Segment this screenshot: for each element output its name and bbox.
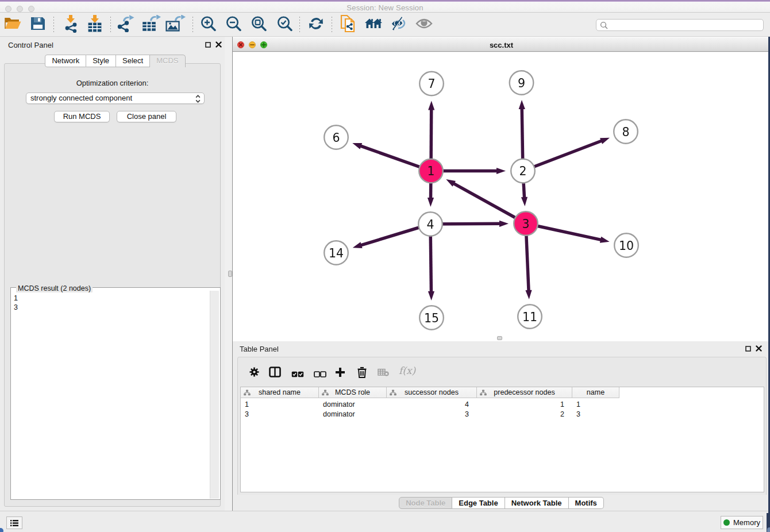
export-image-icon[interactable]	[165, 15, 186, 34]
table-tab-node-table[interactable]: Node Table	[399, 497, 452, 509]
table-cell[interactable]: 3	[572, 410, 619, 419]
close-panel-icon[interactable]	[756, 345, 762, 352]
column-header-label: shared name	[259, 388, 301, 396]
network-canvas[interactable]: 1234678910111415	[233, 52, 770, 341]
column-header-predecessor-nodes[interactable]: predecessor nodes	[477, 387, 572, 398]
search-input[interactable]	[596, 19, 764, 31]
control-tab-style[interactable]: Style	[86, 55, 116, 67]
edge-arrowhead	[519, 100, 525, 109]
column-header-label: predecessor nodes	[494, 388, 555, 396]
import-network-icon[interactable]	[63, 14, 79, 35]
float-panel-icon[interactable]	[745, 346, 751, 352]
function-builder-icon[interactable]: f(x)	[399, 365, 415, 376]
memory-status-dot	[723, 519, 730, 526]
import-table-icon[interactable]	[87, 14, 103, 35]
table-tab-motifs[interactable]: Motifs	[569, 497, 604, 509]
table-cell[interactable]: 3	[241, 410, 319, 419]
table-panel: Table Panel f(x) shared na	[233, 341, 770, 511]
edge-arrowhead	[428, 198, 434, 207]
table-cell[interactable]: 1	[477, 400, 572, 410]
show-all-icon[interactable]	[415, 17, 433, 32]
desktop-edge	[767, 527, 770, 532]
graph-node-label: 6	[332, 131, 340, 145]
list-icon	[10, 519, 19, 527]
node-table-header: shared nameMCDS rolesuccessor nodesprede…	[241, 387, 764, 398]
result-scrollbar[interactable]	[210, 291, 219, 499]
refresh-layout-icon[interactable]	[308, 16, 324, 33]
export-network-icon[interactable]	[117, 15, 136, 34]
close-panel-icon[interactable]	[215, 41, 222, 48]
column-header-name[interactable]: name	[572, 387, 619, 398]
delete-table-icon[interactable]	[378, 368, 389, 379]
column-header-shared-name[interactable]: shared name	[241, 387, 319, 398]
run-mcds-button[interactable]: Run MCDS	[54, 111, 110, 122]
zoom-out-icon[interactable]	[226, 16, 241, 33]
graph-node-label: 2	[519, 164, 526, 178]
table-cell[interactable]: dominator	[319, 410, 387, 419]
hide-selected-icon[interactable]	[390, 16, 407, 33]
column-header-label: successor nodes	[405, 388, 459, 396]
table-cell[interactable]: 1	[572, 400, 619, 410]
edge-arrowhead	[428, 101, 434, 110]
control-tab-select[interactable]: Select	[116, 55, 150, 67]
edge-arrowhead	[600, 237, 610, 243]
criterion-dropdown[interactable]: strongly connected component	[26, 92, 205, 104]
table-settings-icon[interactable]	[249, 367, 260, 380]
column-header-MCDS-role[interactable]: MCDS role	[319, 387, 387, 398]
horizontal-split-handle[interactable]	[497, 336, 502, 340]
edge-arrowhead	[353, 242, 363, 248]
open-session-icon[interactable]	[4, 16, 21, 33]
toolbar-separator	[192, 17, 193, 33]
node-table[interactable]: shared nameMCDS rolesuccessor nodesprede…	[240, 387, 764, 492]
table-cell[interactable]: 2	[477, 410, 572, 419]
zoom-fit-icon[interactable]	[251, 16, 267, 33]
edge-2-8[interactable]	[523, 141, 602, 171]
edge-arrowhead	[525, 290, 532, 299]
table-cell[interactable]: 4	[387, 400, 477, 410]
column-header-successor-nodes[interactable]: successor nodes	[387, 387, 477, 398]
select-all-rows-icon[interactable]	[291, 369, 304, 380]
table-tab-network-table[interactable]: Network Table	[505, 497, 569, 509]
add-column-icon[interactable]	[334, 367, 346, 380]
window-title: Session: New Session	[0, 3, 770, 12]
zoom-in-icon[interactable]	[201, 16, 216, 33]
table-row[interactable]: 1dominator411	[241, 400, 764, 410]
table-columns-icon[interactable]	[269, 367, 281, 380]
toolbar-separator	[110, 17, 111, 33]
deselect-all-rows-icon[interactable]	[314, 369, 326, 380]
export-table-icon[interactable]	[141, 15, 161, 34]
table-tab-edge-table[interactable]: Edge Table	[452, 497, 505, 509]
table-cell[interactable]: 1	[241, 400, 319, 410]
graph-node-label: 9	[518, 76, 525, 90]
mcds-panel: Optimization criterion: strongly connect…	[4, 63, 221, 507]
duplicate-network-icon[interactable]	[340, 14, 356, 35]
table-cell[interactable]: 3	[387, 410, 477, 419]
delete-column-icon[interactable]	[357, 367, 367, 380]
zoom-selected-icon[interactable]	[277, 16, 292, 33]
control-tab-mcds[interactable]: MCDS	[150, 55, 185, 67]
control-tab-network[interactable]: Network	[45, 55, 86, 67]
column-header-label: MCDS role	[335, 388, 370, 396]
table-cell[interactable]: dominator	[319, 400, 387, 410]
network-window: scc.txt 1234678910111415	[233, 37, 770, 341]
table-row[interactable]: 3dominator323	[241, 410, 764, 419]
control-panel-title: Control Panel	[8, 41, 53, 49]
mcds-result-item[interactable]: 1	[11, 294, 220, 303]
edge-arrowhead	[352, 143, 362, 149]
status-list-button[interactable]	[6, 516, 22, 529]
control-panel: Control Panel NetworkStyleSelectMCDS Opt…	[0, 37, 225, 511]
toolbar-separator	[299, 17, 300, 33]
graph-node-label: 3	[522, 217, 529, 231]
dropdown-arrows-icon	[195, 95, 201, 103]
edge-arrowhead	[600, 138, 610, 144]
column-type-icon	[244, 390, 251, 396]
home-view-icon[interactable]	[364, 17, 383, 33]
float-panel-icon[interactable]	[205, 42, 211, 48]
memory-button[interactable]: Memory	[721, 516, 763, 529]
vertical-split-handle[interactable]	[228, 271, 232, 277]
network-window-titlebar[interactable]: scc.txt	[233, 37, 770, 52]
save-session-icon[interactable]	[30, 16, 46, 33]
close-panel-button[interactable]: Close panel	[117, 111, 176, 122]
mcds-result-list[interactable]: 13	[10, 287, 221, 500]
mcds-result-item[interactable]: 3	[11, 303, 220, 312]
